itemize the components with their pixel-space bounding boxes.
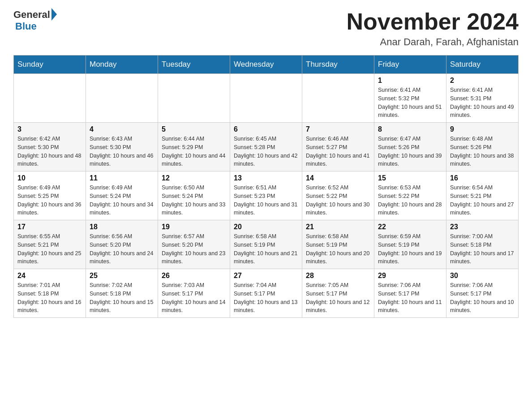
day-sun-info: Sunrise: 6:49 AM Sunset: 5:25 PM Dayligh… xyxy=(17,184,82,217)
day-number: 19 xyxy=(162,223,226,231)
calendar-day-header: Monday xyxy=(86,56,158,74)
calendar-week-row: 17Sunrise: 6:55 AM Sunset: 5:21 PM Dayli… xyxy=(14,220,519,269)
page-header: General Blue November 2024 Anar Darah, F… xyxy=(13,9,519,48)
calendar-day-cell: 16Sunrise: 6:54 AM Sunset: 5:21 PM Dayli… xyxy=(446,171,519,220)
calendar-day-header: Saturday xyxy=(446,56,519,74)
day-sun-info: Sunrise: 6:55 AM Sunset: 5:21 PM Dayligh… xyxy=(17,232,82,266)
day-sun-info: Sunrise: 6:41 AM Sunset: 5:32 PM Dayligh… xyxy=(378,86,442,120)
day-number: 27 xyxy=(234,272,298,280)
day-sun-info: Sunrise: 7:01 AM Sunset: 5:18 PM Dayligh… xyxy=(17,281,82,315)
calendar-day-cell: 29Sunrise: 7:06 AM Sunset: 5:17 PM Dayli… xyxy=(374,269,446,318)
calendar-day-cell: 9Sunrise: 6:48 AM Sunset: 5:26 PM Daylig… xyxy=(446,123,519,171)
day-number: 14 xyxy=(306,174,370,182)
day-number: 12 xyxy=(162,174,226,182)
day-sun-info: Sunrise: 7:05 AM Sunset: 5:17 PM Dayligh… xyxy=(306,281,370,315)
day-sun-info: Sunrise: 6:52 AM Sunset: 5:22 PM Dayligh… xyxy=(306,184,370,217)
calendar-day-cell: 10Sunrise: 6:49 AM Sunset: 5:25 PM Dayli… xyxy=(14,171,86,220)
day-number: 18 xyxy=(90,223,154,231)
day-number: 29 xyxy=(378,272,442,280)
calendar-day-cell: 13Sunrise: 6:51 AM Sunset: 5:23 PM Dayli… xyxy=(230,171,302,220)
day-sun-info: Sunrise: 6:58 AM Sunset: 5:19 PM Dayligh… xyxy=(306,232,370,266)
day-sun-info: Sunrise: 7:06 AM Sunset: 5:17 PM Dayligh… xyxy=(378,281,442,315)
logo-blue-text: Blue xyxy=(15,21,37,32)
calendar-day-cell: 17Sunrise: 6:55 AM Sunset: 5:21 PM Dayli… xyxy=(14,220,86,269)
calendar-day-cell: 30Sunrise: 7:06 AM Sunset: 5:17 PM Dayli… xyxy=(446,269,519,318)
calendar-day-cell: 28Sunrise: 7:05 AM Sunset: 5:17 PM Dayli… xyxy=(302,269,374,318)
calendar-day-cell xyxy=(302,74,374,123)
calendar-day-cell: 22Sunrise: 6:59 AM Sunset: 5:19 PM Dayli… xyxy=(374,220,446,269)
day-number: 7 xyxy=(306,125,370,133)
day-sun-info: Sunrise: 6:48 AM Sunset: 5:26 PM Dayligh… xyxy=(450,135,515,168)
calendar-day-cell: 19Sunrise: 6:57 AM Sunset: 5:20 PM Dayli… xyxy=(158,220,230,269)
calendar-day-cell xyxy=(158,74,230,123)
day-sun-info: Sunrise: 6:44 AM Sunset: 5:29 PM Dayligh… xyxy=(162,135,226,168)
day-number: 1 xyxy=(378,77,442,85)
calendar-day-cell: 14Sunrise: 6:52 AM Sunset: 5:22 PM Dayli… xyxy=(302,171,374,220)
day-sun-info: Sunrise: 6:57 AM Sunset: 5:20 PM Dayligh… xyxy=(162,232,226,266)
day-number: 30 xyxy=(450,272,515,280)
calendar-day-cell: 6Sunrise: 6:45 AM Sunset: 5:28 PM Daylig… xyxy=(230,123,302,171)
day-number: 25 xyxy=(90,272,154,280)
calendar-week-row: 3Sunrise: 6:42 AM Sunset: 5:30 PM Daylig… xyxy=(14,123,519,171)
day-number: 13 xyxy=(234,174,298,182)
day-number: 3 xyxy=(17,125,82,133)
calendar-day-cell: 15Sunrise: 6:53 AM Sunset: 5:22 PM Dayli… xyxy=(374,171,446,220)
calendar-week-row: 10Sunrise: 6:49 AM Sunset: 5:25 PM Dayli… xyxy=(14,171,519,220)
calendar-day-cell: 25Sunrise: 7:02 AM Sunset: 5:18 PM Dayli… xyxy=(86,269,158,318)
calendar-day-cell: 21Sunrise: 6:58 AM Sunset: 5:19 PM Dayli… xyxy=(302,220,374,269)
day-number: 10 xyxy=(17,174,82,182)
day-number: 11 xyxy=(90,174,154,182)
day-number: 17 xyxy=(17,223,82,231)
calendar-day-cell: 2Sunrise: 6:41 AM Sunset: 5:31 PM Daylig… xyxy=(446,74,519,123)
day-number: 9 xyxy=(450,125,515,133)
day-sun-info: Sunrise: 6:56 AM Sunset: 5:20 PM Dayligh… xyxy=(90,232,154,266)
day-sun-info: Sunrise: 7:02 AM Sunset: 5:18 PM Dayligh… xyxy=(90,281,154,315)
calendar-day-cell: 26Sunrise: 7:03 AM Sunset: 5:17 PM Dayli… xyxy=(158,269,230,318)
day-number: 22 xyxy=(378,223,442,231)
day-number: 4 xyxy=(90,125,154,133)
calendar-day-header: Sunday xyxy=(14,56,86,74)
calendar-day-header: Wednesday xyxy=(230,56,302,74)
day-sun-info: Sunrise: 6:59 AM Sunset: 5:19 PM Dayligh… xyxy=(378,232,442,266)
calendar-week-row: 24Sunrise: 7:01 AM Sunset: 5:18 PM Dayli… xyxy=(14,269,519,318)
calendar-week-row: 1Sunrise: 6:41 AM Sunset: 5:32 PM Daylig… xyxy=(14,74,519,123)
day-number: 28 xyxy=(306,272,370,280)
day-number: 23 xyxy=(450,223,515,231)
day-sun-info: Sunrise: 6:43 AM Sunset: 5:30 PM Dayligh… xyxy=(90,135,154,168)
day-sun-info: Sunrise: 6:42 AM Sunset: 5:30 PM Dayligh… xyxy=(17,135,82,168)
logo-arrow-icon xyxy=(51,8,57,21)
day-sun-info: Sunrise: 7:03 AM Sunset: 5:17 PM Dayligh… xyxy=(162,281,226,315)
calendar-day-cell: 24Sunrise: 7:01 AM Sunset: 5:18 PM Dayli… xyxy=(14,269,86,318)
day-number: 15 xyxy=(378,174,442,182)
day-sun-info: Sunrise: 6:54 AM Sunset: 5:21 PM Dayligh… xyxy=(450,184,515,217)
day-sun-info: Sunrise: 6:50 AM Sunset: 5:24 PM Dayligh… xyxy=(162,184,226,217)
calendar-day-cell: 11Sunrise: 6:49 AM Sunset: 5:24 PM Dayli… xyxy=(86,171,158,220)
month-title: November 2024 xyxy=(347,9,519,34)
calendar-day-cell: 20Sunrise: 6:58 AM Sunset: 5:19 PM Dayli… xyxy=(230,220,302,269)
calendar-day-header: Friday xyxy=(374,56,446,74)
calendar-day-cell: 12Sunrise: 6:50 AM Sunset: 5:24 PM Dayli… xyxy=(158,171,230,220)
day-number: 24 xyxy=(17,272,82,280)
calendar-day-cell: 5Sunrise: 6:44 AM Sunset: 5:29 PM Daylig… xyxy=(158,123,230,171)
day-sun-info: Sunrise: 6:49 AM Sunset: 5:24 PM Dayligh… xyxy=(90,184,154,217)
calendar-day-header: Thursday xyxy=(302,56,374,74)
day-sun-info: Sunrise: 6:47 AM Sunset: 5:26 PM Dayligh… xyxy=(378,135,442,168)
calendar-day-header: Tuesday xyxy=(158,56,230,74)
calendar-day-cell xyxy=(86,74,158,123)
day-number: 2 xyxy=(450,77,515,85)
day-sun-info: Sunrise: 6:53 AM Sunset: 5:22 PM Dayligh… xyxy=(378,184,442,217)
calendar-day-cell: 7Sunrise: 6:46 AM Sunset: 5:27 PM Daylig… xyxy=(302,123,374,171)
calendar-day-cell: 4Sunrise: 6:43 AM Sunset: 5:30 PM Daylig… xyxy=(86,123,158,171)
calendar-day-cell xyxy=(230,74,302,123)
day-sun-info: Sunrise: 7:06 AM Sunset: 5:17 PM Dayligh… xyxy=(450,281,515,315)
calendar-day-cell: 18Sunrise: 6:56 AM Sunset: 5:20 PM Dayli… xyxy=(86,220,158,269)
day-number: 8 xyxy=(378,125,442,133)
day-number: 5 xyxy=(162,125,226,133)
day-number: 6 xyxy=(234,125,298,133)
calendar-header-row: SundayMondayTuesdayWednesdayThursdayFrid… xyxy=(14,56,519,74)
day-number: 21 xyxy=(306,223,370,231)
calendar-day-cell: 23Sunrise: 7:00 AM Sunset: 5:18 PM Dayli… xyxy=(446,220,519,269)
calendar-day-cell: 8Sunrise: 6:47 AM Sunset: 5:26 PM Daylig… xyxy=(374,123,446,171)
day-number: 20 xyxy=(234,223,298,231)
day-sun-info: Sunrise: 7:04 AM Sunset: 5:17 PM Dayligh… xyxy=(234,281,298,315)
